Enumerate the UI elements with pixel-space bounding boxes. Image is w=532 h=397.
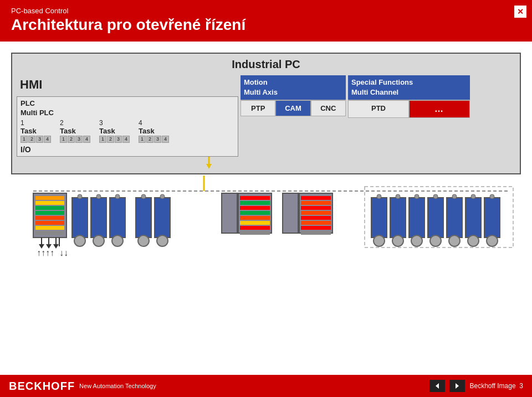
svg-point-32	[138, 235, 149, 246]
svg-rect-4	[35, 196, 64, 200]
nav-prev-button[interactable]	[429, 380, 445, 392]
tn-3-3: 3	[115, 136, 122, 143]
tn-2-2: 2	[68, 136, 75, 143]
header: PC-based Control Architektura pro otevře…	[0, 0, 532, 42]
svg-text:↓↓: ↓↓	[59, 248, 68, 257]
svg-rect-43	[240, 216, 270, 220]
diagram-title: Industrial PC	[17, 58, 515, 71]
tn-2-3: 3	[75, 136, 83, 143]
svg-point-28	[93, 235, 104, 246]
svg-point-74	[468, 235, 479, 246]
svg-rect-30	[136, 198, 151, 238]
motion-line1: Motion	[244, 78, 342, 87]
left-section: HMI PLC Multi PLC 1 Task 1 2	[17, 75, 238, 157]
tn-3-2: 2	[107, 136, 114, 143]
svg-rect-42	[240, 211, 270, 215]
svg-rect-51	[301, 206, 331, 210]
special-cell-ptd: PTD	[348, 100, 409, 118]
motion-cell-cnc: CNC	[311, 100, 346, 116]
svg-rect-9	[35, 221, 64, 225]
tn-4-3: 3	[154, 136, 161, 143]
task-num-4: 4	[139, 119, 169, 127]
special-header: Special Functions Multi Channel	[348, 75, 470, 100]
svg-rect-66	[428, 198, 443, 238]
nav-next-button[interactable]	[449, 380, 465, 392]
main-content: Industrial PC HMI PLC Multi PLC 1 Task	[0, 42, 532, 264]
footer-page-info: Beckhoff Image 3	[469, 382, 523, 390]
svg-rect-47	[283, 193, 298, 233]
svg-rect-11	[35, 231, 64, 235]
task-label-2: Task	[60, 127, 90, 135]
footer-nav: Beckhoff Image 3	[429, 380, 523, 392]
motion-cells: PTP CAM CNC	[241, 100, 346, 116]
svg-point-34	[160, 194, 165, 199]
task-block-2: 2 Task 1 2 3 4	[60, 119, 90, 143]
task-block-1: 1 Task 1 2 3 4	[21, 119, 51, 143]
svg-point-73	[471, 194, 475, 199]
plc-area: PLC Multi PLC 1 Task 1 2 3 4	[17, 96, 238, 157]
io-label: I/O	[21, 145, 234, 154]
motion-section: Motion Multi Axis PTP CAM CNC	[241, 75, 346, 157]
footer-tagline: New Automation Technology	[79, 383, 156, 389]
tn-1-3: 3	[36, 136, 43, 143]
svg-point-31	[141, 194, 146, 199]
svg-point-76	[490, 194, 494, 199]
diagram-box: Industrial PC HMI PLC Multi PLC 1 Task	[11, 53, 521, 174]
svg-rect-8	[35, 216, 64, 220]
motion-header: Motion Multi Axis	[241, 75, 346, 100]
task-block-4: 4 Task 1 2 3 4	[139, 119, 169, 143]
svg-rect-6	[35, 206, 64, 210]
svg-rect-53	[301, 216, 331, 220]
diagram-inner: HMI PLC Multi PLC 1 Task 1 2	[17, 75, 515, 157]
task-sub-3: 1 2 3 4	[99, 136, 130, 143]
plc-line1: PLC	[21, 99, 35, 107]
header-subtitle: PC-based Control	[11, 7, 521, 15]
svg-point-27	[74, 235, 85, 246]
svg-rect-7	[35, 211, 64, 215]
svg-rect-44	[240, 221, 270, 225]
task-label-1: Task	[21, 127, 51, 135]
svg-point-70	[452, 194, 457, 199]
special-cell-dots: …	[409, 100, 470, 118]
svg-marker-79	[436, 383, 439, 389]
task-sub-4: 1 2 3 4	[139, 136, 169, 143]
tn-3-4: 4	[122, 136, 130, 143]
svg-point-68	[430, 235, 441, 246]
svg-rect-37	[222, 193, 237, 233]
svg-point-62	[392, 235, 403, 246]
svg-rect-75	[484, 198, 500, 238]
svg-marker-80	[456, 383, 459, 389]
svg-point-77	[487, 235, 498, 246]
header-title: Architektura pro otevřené řízení	[11, 16, 521, 34]
svg-point-59	[374, 235, 385, 246]
tn-2-1: 1	[60, 136, 67, 143]
motion-line2: Multi Axis	[244, 87, 342, 97]
svg-rect-50	[301, 201, 331, 205]
tn-4-1: 1	[139, 136, 146, 143]
svg-rect-5	[35, 201, 64, 205]
svg-rect-46	[240, 231, 270, 235]
svg-rect-45	[240, 226, 270, 230]
svg-rect-25	[110, 198, 125, 238]
svg-point-29	[112, 235, 123, 246]
svg-rect-57	[371, 198, 387, 238]
tn-1-1: 1	[21, 136, 28, 143]
tn-4-4: 4	[162, 136, 169, 143]
svg-rect-33	[155, 198, 170, 238]
special-line1: Special Functions	[351, 78, 467, 87]
task-label-3: Task	[99, 127, 130, 135]
task-sub-1: 1 2 3 4	[21, 136, 51, 143]
svg-point-64	[415, 194, 419, 199]
svg-point-67	[433, 194, 438, 199]
tn-2-4: 4	[83, 136, 90, 143]
tn-1-4: 4	[44, 136, 51, 143]
svg-rect-41	[240, 206, 270, 210]
motion-cell-cam: CAM	[275, 100, 310, 116]
close-button[interactable]: ✕	[514, 6, 526, 18]
task-num-2: 2	[60, 119, 90, 127]
hardware-svg: ↑↑↑↑ ↓↓	[17, 176, 526, 259]
svg-rect-69	[447, 198, 462, 238]
footer-beckhoff-text: BECKHOFF	[9, 380, 75, 393]
svg-rect-21	[72, 198, 88, 238]
svg-rect-39	[240, 196, 270, 200]
